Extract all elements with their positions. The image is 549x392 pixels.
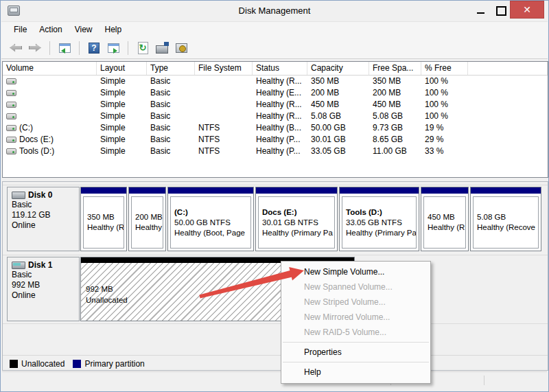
legend-primary-partition: Primary partition — [84, 359, 144, 369]
col-volume[interactable]: Volume — [3, 62, 97, 75]
disk-management-window: Disk Management ✕ File Action View Help … — [0, 0, 549, 392]
col-filler — [468, 62, 548, 75]
primary-partition-band — [168, 187, 253, 194]
disk1-status: Online — [12, 290, 75, 301]
toolbar-separator — [49, 41, 50, 55]
menu-item-new-simple-volume[interactable]: New Simple Volume... — [281, 264, 430, 279]
menu-action[interactable]: Action — [33, 23, 68, 36]
volume-name: (C:) — [19, 122, 33, 134]
volume-icon — [6, 148, 16, 154]
col-status[interactable]: Status — [253, 62, 307, 75]
table-row[interactable]: Docs (E:) Simple Basic NTFS Healthy (P..… — [3, 134, 548, 146]
volume-name: Docs (E:) — [19, 134, 54, 146]
primary-partition-band — [256, 187, 337, 194]
status-pane-divider — [484, 376, 484, 385]
volume-icon — [6, 125, 16, 131]
col-free-space[interactable]: Free Spa... — [369, 62, 421, 75]
menu-bar: File Action View Help — [1, 21, 548, 37]
forward-icon[interactable] — [27, 41, 43, 55]
partition-tools-d[interactable]: Tools (D:)33.05 GB NTFSHealthy (Primary … — [339, 187, 419, 251]
menu-item-help[interactable]: Help — [281, 365, 430, 380]
volume-icon — [6, 90, 16, 96]
menu-view[interactable]: View — [69, 23, 99, 36]
unallocated-size: 992 MB — [86, 284, 128, 295]
close-button[interactable]: ✕ — [510, 1, 544, 19]
disk0-strip: 350 MBHealthy (R 200 MBHealthy ( (C:)50.… — [80, 187, 544, 251]
disk0-type: Basic — [12, 200, 75, 210]
menu-item-new-striped-volume: New Striped Volume... — [281, 295, 430, 310]
col-layout[interactable]: Layout — [97, 62, 147, 75]
toolbar-separator — [79, 41, 80, 55]
minimize-button[interactable] — [471, 1, 491, 19]
title-bar: Disk Management ✕ — [1, 1, 548, 21]
disk0-name: Disk 0 — [28, 190, 52, 200]
back-icon[interactable] — [8, 41, 23, 55]
partition-recovery-5gb[interactable]: 5.08 GBHealthy (Recove — [470, 187, 541, 251]
disk1-size: 992 MB — [12, 280, 75, 290]
table-row[interactable]: Simple Basic Healthy (R... 350 MB 350 MB… — [3, 76, 548, 87]
primary-partition-swatch — [73, 360, 81, 368]
col-capacity[interactable]: Capacity — [307, 62, 369, 75]
disk0-info-panel[interactable]: Disk 0 Basic 119.12 GB Online — [7, 187, 80, 251]
primary-partition-band — [421, 187, 468, 194]
partition-docs-e[interactable]: Docs (E:)30.01 GB NTFSHealthy (Primary P… — [255, 187, 338, 251]
properties-icon[interactable] — [174, 41, 189, 55]
col-type[interactable]: Type — [147, 62, 195, 75]
toolbar-separator — [128, 41, 128, 55]
volume-name: Tools (D:) — [19, 146, 54, 157]
unallocated-swatch — [10, 360, 18, 368]
table-row[interactable]: Tools (D:) Simple Basic NTFS Healthy (P.… — [3, 146, 548, 157]
volume-icon — [6, 102, 16, 108]
disk0-size: 119.12 GB — [12, 210, 75, 220]
disk-icon — [12, 262, 25, 269]
table-row[interactable]: Simple Basic Healthy (E... 200 MB 200 MB… — [3, 87, 548, 99]
partition-efi-200mb[interactable]: 200 MBHealthy ( — [128, 187, 166, 251]
menu-item-new-mirrored-volume: New Mirrored Volume... — [281, 310, 430, 325]
show-action-pane-icon[interactable] — [106, 41, 121, 55]
menu-item-properties[interactable]: Properties — [281, 345, 430, 360]
refresh-icon[interactable]: ↻ — [135, 41, 150, 55]
menu-separator — [283, 362, 429, 362]
menu-help[interactable]: Help — [99, 23, 128, 36]
partition-c[interactable]: (C:)50.00 GB NTFSHealthy (Boot, Page — [167, 187, 254, 251]
primary-partition-band — [129, 187, 165, 194]
volume-icon — [6, 78, 16, 84]
primary-partition-band — [471, 187, 541, 194]
maximize-button[interactable] — [491, 1, 510, 19]
legend: Unallocated Primary partition — [3, 355, 548, 371]
rescan-disks-icon[interactable] — [154, 41, 170, 55]
menu-file[interactable]: File — [8, 23, 33, 36]
primary-partition-band — [340, 187, 419, 194]
primary-partition-band — [81, 187, 126, 194]
disk0-status: Online — [12, 220, 75, 231]
show-console-tree-icon[interactable] — [57, 41, 72, 55]
toolbar: ? ↻ — [1, 37, 548, 59]
help-icon[interactable]: ? — [86, 41, 102, 55]
legend-unallocated: Unallocated — [21, 359, 65, 369]
volume-list: Volume Layout Type File System Status Ca… — [2, 61, 548, 178]
disk1-info-panel[interactable]: Disk 1 Basic 992 MB Online — [7, 257, 80, 321]
disk-icon — [12, 192, 25, 199]
context-menu: New Simple Volume... New Spanned Volume.… — [281, 261, 431, 384]
disk1-type: Basic — [12, 270, 75, 280]
col-file-system[interactable]: File System — [195, 62, 253, 75]
status-bar — [2, 371, 547, 388]
menu-item-new-raid5-volume: New RAID-5 Volume... — [281, 325, 430, 340]
close-icon: ✕ — [523, 4, 531, 15]
table-row[interactable]: Simple Basic Healthy (R... 5.08 GB 5.08 … — [3, 111, 548, 122]
volume-icon — [6, 137, 16, 143]
disk1-name: Disk 1 — [28, 260, 52, 270]
partition-recovery-350mb[interactable]: 350 MBHealthy (R — [80, 187, 127, 251]
graphical-view: Disk 0 Basic 119.12 GB Online 350 MBHeal… — [2, 181, 548, 371]
window-title: Disk Management — [1, 5, 548, 16]
menu-item-new-spanned-volume: New Spanned Volume... — [281, 279, 430, 295]
partition-recovery-450mb[interactable]: 450 MBHealthy (R — [421, 187, 469, 251]
col-pct-free[interactable]: % Free — [421, 62, 468, 75]
table-row[interactable]: Simple Basic Healthy (R... 450 MB 450 MB… — [3, 99, 548, 111]
volume-icon — [6, 113, 16, 119]
table-row[interactable]: (C:) Simple Basic NTFS Healthy (B... 50.… — [3, 122, 548, 134]
volume-list-header: Volume Layout Type File System Status Ca… — [3, 62, 548, 76]
menu-separator — [283, 342, 429, 343]
unallocated-label: Unallocated — [86, 295, 128, 305]
